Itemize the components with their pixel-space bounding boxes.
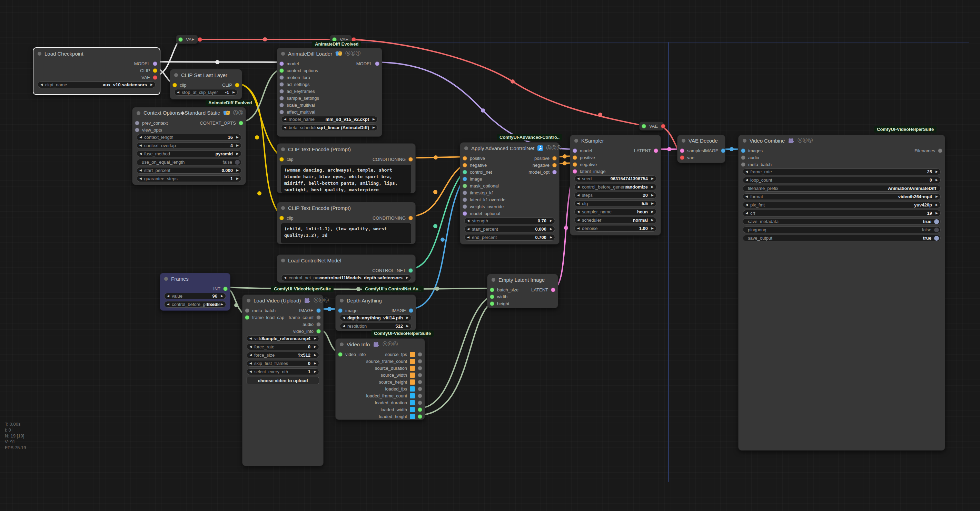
input-batch_size[interactable]: batch_size <box>490 287 519 292</box>
slot-dot[interactable] <box>552 170 557 174</box>
increment-arrow-icon[interactable]: ▶ <box>406 276 409 279</box>
increment-arrow-icon[interactable]: ▶ <box>236 169 239 172</box>
input-clip[interactable]: clip <box>279 216 294 220</box>
widget-resolution[interactable]: ◀resolution512▶ <box>340 323 412 329</box>
widget-video[interactable]: ◀videoSample_reference.mp4▶ <box>247 335 319 342</box>
slot-dot[interactable] <box>375 61 379 66</box>
widget-fuse_method[interactable]: ◀fuse_methodpyramid▶ <box>137 150 242 157</box>
decrement-arrow-icon[interactable]: ◀ <box>250 337 252 340</box>
input-audio[interactable]: audio <box>741 155 759 160</box>
collapse-dot[interactable] <box>743 139 746 142</box>
increment-arrow-icon[interactable]: ▶ <box>935 179 938 182</box>
collapse-dot[interactable] <box>492 278 495 282</box>
collapse-dot[interactable] <box>340 299 344 302</box>
slot-dot[interactable] <box>135 128 139 132</box>
decrement-arrow-icon[interactable]: ◀ <box>139 169 142 172</box>
decrement-arrow-icon[interactable]: ◀ <box>577 194 579 197</box>
decrement-arrow-icon[interactable]: ◀ <box>250 354 252 357</box>
widget-control_net_name[interactable]: ◀control_net_namecontrolnet11Models_dept… <box>281 275 411 281</box>
slot-dot[interactable] <box>245 315 250 320</box>
output-LATENT[interactable]: LATENT <box>634 148 658 153</box>
output-source_height[interactable]: source_height <box>379 380 422 385</box>
input-negative[interactable]: negative <box>463 163 487 168</box>
output-MODEL[interactable]: MODEL <box>134 61 157 66</box>
widget-seed[interactable]: ◀seed963154741396754▶ <box>574 176 656 182</box>
slot-dot[interactable] <box>741 162 745 167</box>
wire-midpoint-dot[interactable] <box>667 147 671 151</box>
input-model[interactable]: model <box>279 61 299 66</box>
slot-dot[interactable] <box>680 155 684 160</box>
node-frames[interactable]: FramesINT◀value96▶◀control_before_genera… <box>160 273 231 311</box>
output-positive[interactable]: positive <box>535 156 557 161</box>
decrement-arrow-icon[interactable]: ◀ <box>250 370 252 373</box>
input-samples[interactable]: samples <box>680 148 704 153</box>
slot-dot[interactable] <box>654 149 658 153</box>
slot-dot[interactable] <box>279 75 284 80</box>
widget-control_before_generate[interactable]: ◀control_before_generaterandomize▶ <box>574 184 656 190</box>
slot-dot[interactable] <box>490 287 494 292</box>
node-load-checkpoint[interactable]: Load CheckpointMODELCLIPVAE◀ckpt_nameaux… <box>33 47 161 95</box>
widget-pix_fmt[interactable]: ◀pix_fmtyuv420p▶ <box>743 202 941 208</box>
node-animatediff-loader[interactable]: AnimateDiff LoaderⒶⒹ①modelMODELcontext_o… <box>277 48 382 137</box>
widget-cfg[interactable]: ◀cfg5.5▶ <box>574 200 656 207</box>
slot-dot[interactable] <box>316 315 321 320</box>
input-motion_lora[interactable]: motion_lora <box>279 75 310 80</box>
widget-ckpt_name[interactable]: ◀ckpt_nameaux_v10.safetensors▶ <box>38 81 156 88</box>
slot-dot[interactable] <box>680 149 684 153</box>
wire-midpoint-dot[interactable] <box>441 238 445 242</box>
increment-arrow-icon[interactable]: ▶ <box>236 144 239 147</box>
wire-midpoint-dot[interactable] <box>563 161 567 165</box>
widget-context_length[interactable]: ◀context_length16▶ <box>137 134 242 141</box>
collapse-dot[interactable] <box>174 73 178 77</box>
node-apply-advanced-controlnet[interactable]: Apply Advanced ControlNetⒶⒸⓃpositiveposi… <box>460 142 560 244</box>
node-depth-anything[interactable]: Depth AnythingimageIMAGE◀ckpt_namedepth_… <box>335 294 416 331</box>
slot-dot[interactable] <box>338 352 342 357</box>
input-control_net[interactable]: control_net <box>463 169 492 175</box>
slot-dot[interactable] <box>279 82 284 87</box>
slot-dot[interactable] <box>198 37 202 42</box>
node-clip-set-last-layer[interactable]: CLIP Set Last LayerclipCLIP◀stop_at_clip… <box>170 69 242 99</box>
wire-midpoint-dot[interactable] <box>434 155 438 160</box>
decrement-arrow-icon[interactable]: ◀ <box>467 228 469 231</box>
output-loaded_fps[interactable]: loaded_fps <box>385 386 422 391</box>
decrement-arrow-icon[interactable]: ◀ <box>745 179 748 182</box>
slot-dot[interactable] <box>172 83 177 87</box>
input-latent_kf_override[interactable]: latent_kf_override <box>463 197 505 202</box>
slot-dot[interactable] <box>573 169 577 174</box>
slot-dot[interactable] <box>552 163 557 168</box>
increment-arrow-icon[interactable]: ▶ <box>314 345 316 348</box>
decrement-arrow-icon[interactable]: ◀ <box>177 91 179 94</box>
wire-midpoint-dot[interactable] <box>511 80 515 83</box>
increment-arrow-icon[interactable]: ▶ <box>406 316 409 319</box>
input-negative[interactable]: negative <box>573 162 597 167</box>
widget-value[interactable]: ◀value96▶ <box>164 293 226 299</box>
collapse-dot[interactable] <box>574 139 578 142</box>
slot-dot[interactable] <box>418 359 422 364</box>
decrement-arrow-icon[interactable]: ◀ <box>745 203 748 206</box>
collapse-dot[interactable] <box>164 277 168 281</box>
input-context_options[interactable]: context_options <box>279 68 318 73</box>
slot-dot[interactable] <box>316 322 321 327</box>
input-timestep_kf[interactable]: timestep_kf <box>463 190 493 195</box>
input-clip[interactable]: clip <box>172 83 187 88</box>
output-loaded_width[interactable]: loaded_width <box>380 407 422 412</box>
output-video_info[interactable]: video_info <box>293 329 321 334</box>
slot-dot[interactable] <box>463 184 467 188</box>
output-VAE[interactable]: VAE <box>142 75 157 80</box>
wire-midpoint-dot[interactable] <box>433 224 438 228</box>
output-CONDITIONING[interactable]: CONDITIONING <box>372 157 413 162</box>
increment-arrow-icon[interactable]: ▶ <box>651 219 654 222</box>
slot-dot[interactable] <box>409 268 413 273</box>
increment-arrow-icon[interactable]: ▶ <box>221 294 223 298</box>
decrement-arrow-icon[interactable]: ◀ <box>250 345 252 348</box>
output-source_width[interactable]: source_width <box>380 372 422 378</box>
collapse-dot[interactable] <box>281 147 285 151</box>
output-CONTROL_NET[interactable]: CONTROL_NET <box>372 268 413 273</box>
decrement-arrow-icon[interactable]: ◀ <box>342 324 345 328</box>
increment-arrow-icon[interactable]: ▶ <box>935 203 938 206</box>
widget-sampler_name[interactable]: ◀sampler_nameheun▶ <box>574 209 656 215</box>
node-load-video-upload[interactable]: Load Video (Upload)ⓋⒽⓈmeta_batchIMAGEfra… <box>242 294 324 466</box>
wire-midpoint-dot[interactable] <box>327 307 331 311</box>
output-source_frame_count[interactable]: source_frame_count <box>366 359 422 364</box>
decrement-arrow-icon[interactable]: ◀ <box>139 152 142 155</box>
